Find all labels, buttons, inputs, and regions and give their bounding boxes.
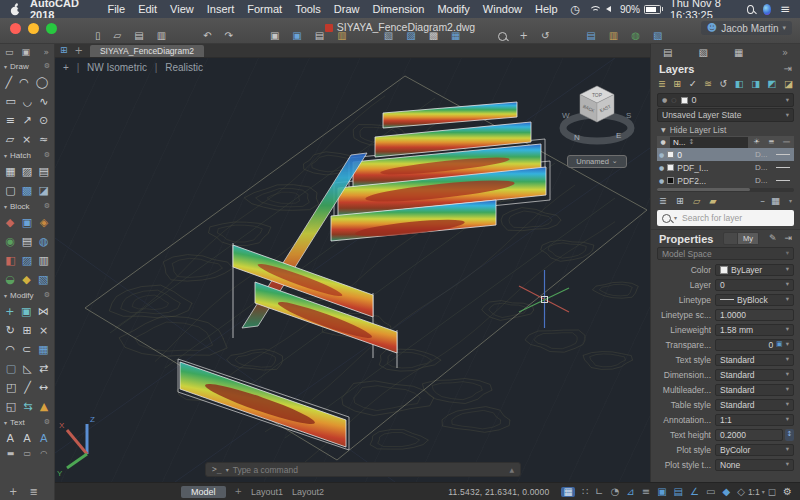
rotate-icon[interactable]: ↻ [6,325,15,336]
xref-icon[interactable]: ▨ [22,255,32,266]
dropdown-caret-icon[interactable]: ▾ [786,401,789,408]
battery-indicator[interactable]: 90% [620,4,661,15]
command-options-caret-icon[interactable]: ▾ [226,467,229,473]
copy-icon[interactable]: ▣ [21,306,31,317]
osnap-icon[interactable]: ▣ [657,487,666,497]
property-field[interactable]: 0▾ [715,279,794,291]
palette-section-draw[interactable]: ▾Draw⚙ [0,60,54,73]
name-column-header[interactable]: N... ↕ [670,137,748,148]
layer-isolate-icon[interactable]: ◧ [735,79,744,89]
layers-tab-icon[interactable]: ▤ [663,48,672,58]
chamfer-icon[interactable]: ◺ [23,363,31,374]
scale-icon[interactable]: ▢ [6,363,16,374]
redo-icon[interactable]: ↷ [225,31,233,41]
rect-array-icon[interactable]: ▦ [38,344,48,355]
annotation-autoscale-icon[interactable]: ◇ [737,487,745,497]
menu-item-help[interactable]: Help [535,3,558,15]
section-gear-icon[interactable]: ⚙ [44,63,50,70]
offset-icon[interactable]: ⊂ [22,344,31,355]
drawing-viewport[interactable]: + | NW Isometric | Realistic [55,58,650,482]
layer-match-icon[interactable]: ≋ [704,79,712,89]
circle-icon[interactable]: ◯ [36,77,48,88]
current-layer-dropdown[interactable]: ● ○ 0 ▾ [657,93,794,107]
menu-item-draw[interactable]: Draw [334,3,360,15]
block-library-icon[interactable]: ◧ [5,255,15,266]
hide-layer-list-toggle[interactable]: ▼ Hide Layer List [651,123,800,136]
polygon-icon[interactable]: ▱ [6,134,14,145]
siri-icon[interactable] [763,4,771,15]
dropdown-caret-icon[interactable]: ▾ [786,446,789,453]
layer-color-swatch[interactable] [667,177,674,184]
layer-states-icon[interactable]: ≣ [658,79,666,89]
property-field[interactable]: ByBlock▾ [715,294,794,306]
ortho-icon[interactable]: ∟ [595,487,603,497]
lengthen-icon[interactable]: ↔ [39,382,48,393]
section-gear-icon[interactable]: ⚙ [44,203,50,210]
export-pdf-icon[interactable]: ▥ [337,31,346,41]
insert-block-icon[interactable]: ◆ [6,217,14,228]
layer-row-0[interactable]: ●0D... [657,148,794,161]
create-block-icon[interactable]: ▣ [22,217,32,228]
annotation-visibility-icon[interactable]: ◆ [722,487,730,497]
mirror-icon[interactable]: ⋈ [38,306,49,317]
dropdown-caret-icon[interactable]: ▾ [786,416,789,423]
layer-previous-icon[interactable]: ↺ [719,79,727,89]
new-group-filter-icon[interactable]: ⊞ [676,196,684,206]
menu-item-window[interactable]: Window [483,3,522,15]
dgn-underlay-icon[interactable]: ◒ [6,274,16,285]
write-block-icon[interactable]: ◉ [5,236,15,247]
palette-section-text[interactable]: ▾Text⚙ [0,416,54,429]
layer-search-input[interactable] [680,212,789,224]
new-layer-icon[interactable]: ⊞ [673,79,681,89]
dynamic-ucs-icon[interactable]: ∠ [690,487,699,497]
break-icon[interactable]: ◱ [6,401,16,412]
dropdown-caret-icon[interactable]: ▾ [786,386,789,393]
boundary-icon[interactable]: ▢ [5,185,15,196]
menu-item-format[interactable]: Format [247,3,282,15]
join-icon[interactable]: ⇆ [23,401,32,412]
property-field[interactable]: None▾ [715,459,794,471]
menu-item-view[interactable]: View [170,3,194,15]
palette-section-modify[interactable]: ▾Modify⚙ [0,289,54,302]
viewport-menu-control[interactable]: + [63,62,69,73]
layer-row-PDF2...[interactable]: ●PDF2...D... [657,174,794,187]
dim-arc-icon[interactable]: ◠ [40,450,47,458]
dropdown-caret-icon[interactable]: ▾ [786,341,789,348]
gradient-icon[interactable]: ▤ [38,166,48,177]
define-attribute-icon[interactable]: ◍ [39,236,49,247]
menu-item-file[interactable]: File [107,3,125,15]
annotative-text-icon[interactable]: A [40,433,48,444]
dim-linear-icon[interactable]: ▬ [7,450,15,458]
multiline-icon[interactable]: ≡ [6,115,15,126]
mtext-icon[interactable]: A [7,433,15,444]
list-view-icon[interactable]: ▦ [771,196,780,206]
arc-icon[interactable]: ◡ [23,96,33,107]
notification-center-icon[interactable]: ≡ [780,3,790,15]
polyline-icon[interactable]: ◠ [19,77,29,88]
customization-gear-icon[interactable]: ⚙ [783,487,792,497]
move-3d-icon[interactable]: ▧ [653,31,662,41]
snap-icon[interactable]: ∷ [582,487,588,497]
start-tab-icon[interactable]: ⊞ [60,46,68,55]
section-gear-icon[interactable]: ⚙ [44,419,50,426]
panel-collapse-icon[interactable]: ⇥ [784,234,792,243]
set-current-layer-icon[interactable]: ✓ [689,79,697,89]
revision-cloud-icon[interactable]: ≈ [39,134,48,145]
layer-settings-icon[interactable]: ≣ [659,196,667,206]
quick-select-icon[interactable]: ✎ [769,234,777,243]
time-machine-icon[interactable]: ◷ [571,4,581,15]
add-tool-icon[interactable]: + [9,487,17,497]
trim-icon[interactable]: ◰ [6,382,16,393]
stretch-icon[interactable]: ⇄ [39,363,48,374]
layer-state-dropdown[interactable]: Unsaved Layer State ▾ [657,108,794,122]
line-icon[interactable]: ╱ [6,77,13,88]
command-line[interactable]: >_ ▾ Type a command ▲ [205,462,521,477]
view-control[interactable]: NW Isometric [87,62,147,73]
collapse-row-icon[interactable]: – [760,196,765,206]
all-properties-segment[interactable] [723,232,738,245]
menu-item-insert[interactable]: Insert [207,3,235,15]
menu-item-modify[interactable]: Modify [437,3,469,15]
print-icon[interactable]: ▣ [270,31,279,41]
viewcube-view-name[interactable]: Unnamed ⌄ [567,155,627,168]
property-field[interactable]: ByColor▾ [715,444,794,456]
